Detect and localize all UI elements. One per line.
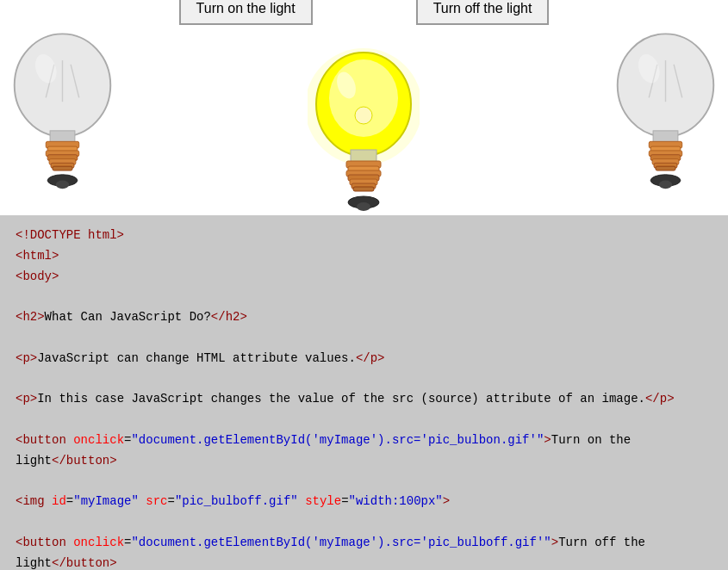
bulb-off-right xyxy=(612,11,719,201)
svg-point-44 xyxy=(659,181,672,189)
blank-4 xyxy=(16,410,712,431)
code-line-7: <button onclick="document.getElementById… xyxy=(16,431,712,451)
blank-2 xyxy=(16,328,712,349)
svg-point-19 xyxy=(355,107,372,124)
code-line-2: <html> xyxy=(16,246,712,267)
code-line-5: <p>JavaScript can change HTML attribute … xyxy=(16,349,712,369)
bulb-off-left xyxy=(9,11,116,201)
blank-3 xyxy=(16,369,712,390)
svg-rect-27 xyxy=(353,187,374,191)
right-bulb-container xyxy=(612,11,719,204)
bulb-on-center xyxy=(308,34,420,223)
code-line-9b: light</button> xyxy=(16,554,712,570)
buttons-row: Turn on the light Turn off the light xyxy=(179,0,550,25)
code-line-8: <img id="myImage" src="pic_bulboff.gif" … xyxy=(16,492,712,512)
svg-rect-42 xyxy=(656,166,675,170)
blank-5 xyxy=(16,472,712,493)
code-line-6: <p>In this case JavaScript changes the v… xyxy=(16,389,712,410)
code-line-3: <body> xyxy=(16,267,712,288)
turn-on-button[interactable]: Turn on the light xyxy=(179,0,313,25)
code-display: <!DOCTYPE html> <html> <body> <h2>What C… xyxy=(0,215,728,570)
code-line-4: <h2>What Can JavaScript Do?</h2> xyxy=(16,307,712,328)
svg-point-17 xyxy=(329,59,398,137)
demo-area: Turn on the light Turn off the light xyxy=(0,0,728,215)
blank-1 xyxy=(16,287,712,307)
svg-point-14 xyxy=(56,181,69,189)
code-line-9: <button onclick="document.getElementById… xyxy=(16,533,712,554)
left-bulb-container xyxy=(9,11,116,204)
blank-6 xyxy=(16,512,712,533)
code-line-1: <!DOCTYPE html> xyxy=(16,226,712,246)
turn-off-button[interactable]: Turn off the light xyxy=(416,0,550,25)
svg-point-29 xyxy=(357,202,370,211)
code-line-7b: light</button> xyxy=(16,451,712,472)
center-section: Turn on the light Turn off the light xyxy=(179,0,550,223)
svg-rect-12 xyxy=(53,166,72,170)
